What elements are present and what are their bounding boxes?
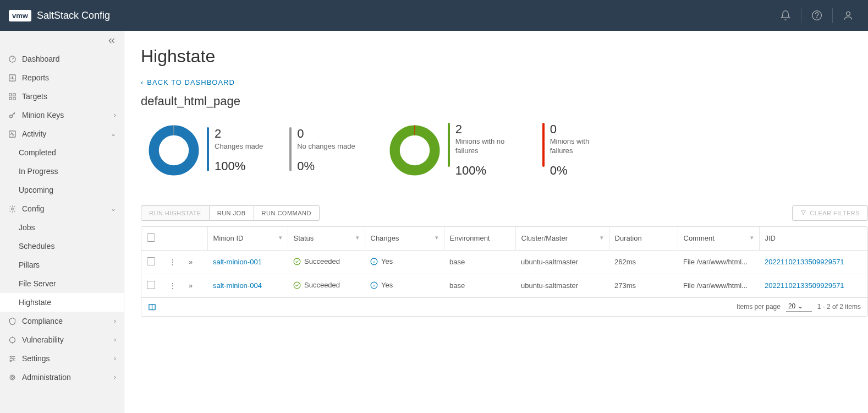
chevron-down-icon: ⌄: [111, 130, 116, 138]
env-cell: base: [444, 250, 515, 274]
sidebar-item-compliance[interactable]: Compliance ›: [0, 312, 124, 330]
sidebar-item-dashboard[interactable]: Dashboard: [0, 50, 124, 68]
clear-filters-button[interactable]: CLEAR FILTERS: [792, 205, 868, 221]
key-icon: [8, 111, 17, 119]
user-icon[interactable]: [837, 4, 859, 26]
svg-rect-7: [9, 97, 11, 99]
column-header[interactable]: Cluster/Master▾: [515, 227, 609, 251]
changes-cell: Yes: [365, 250, 444, 274]
column-header[interactable]: Minion ID▾: [207, 227, 288, 251]
sidebar-item-in-progress[interactable]: In Progress: [0, 162, 124, 181]
info-icon: [370, 258, 378, 265]
filter-icon[interactable]: ▾: [600, 234, 603, 241]
stat-count: 2: [215, 127, 263, 140]
row-actions-icon[interactable]: ⋮: [169, 281, 176, 290]
items-per-page-select[interactable]: 20 ⌄: [786, 302, 812, 312]
sidebar-collapse-icon[interactable]: [0, 31, 124, 50]
stat-label: Minions with failures: [550, 137, 611, 156]
sidebar-item-activity[interactable]: Activity ⌄: [0, 124, 124, 143]
chevron-right-icon: ›: [114, 355, 116, 362]
sidebar-item-label: File Server: [19, 279, 116, 288]
sidebar-item-administration[interactable]: Administration ›: [0, 368, 124, 387]
sidebar-item-label: Targets: [22, 92, 116, 101]
sidebar-item-vulnerability[interactable]: Vulnerability ›: [0, 330, 124, 349]
run-highstate-button[interactable]: RUN HIGHSTATE: [141, 205, 210, 221]
sidebar-item-label: Dashboard: [22, 55, 116, 63]
sidebar-item-pillars[interactable]: Pillars: [0, 256, 124, 274]
app-title: SaltStack Config: [37, 10, 774, 21]
results-table: Minion ID▾ Status▾ Changes▾ Environment …: [141, 226, 868, 317]
column-header[interactable]: Duration: [609, 227, 678, 251]
state-name: default_html_page: [141, 94, 868, 108]
crosshair-icon: [8, 335, 17, 344]
help-icon[interactable]: [806, 4, 828, 26]
pagination-range: 1 - 2 of 2 items: [817, 303, 861, 311]
success-icon: [293, 258, 301, 265]
minion-id-link[interactable]: salt-minion-001: [207, 250, 288, 274]
success-icon: [293, 281, 301, 289]
sidebar-item-highstate[interactable]: Highstate: [0, 293, 124, 312]
sidebar-item-label: Vulnerability: [22, 335, 114, 344]
sidebar-item-minion-keys[interactable]: Minion Keys ›: [0, 106, 124, 124]
column-header[interactable]: Environment: [444, 227, 515, 251]
filter-icon[interactable]: ▾: [750, 234, 754, 241]
sidebar-item-label: In Progress: [19, 167, 116, 176]
column-header[interactable]: Status▾: [288, 227, 365, 251]
back-to-dashboard-link[interactable]: ‹ BACK TO DASHBOARD: [141, 78, 235, 86]
clear-filters-label: CLEAR FILTERS: [810, 210, 860, 216]
svg-rect-6: [13, 93, 15, 95]
sidebar-item-file-server[interactable]: File Server: [0, 274, 124, 293]
filter-icon[interactable]: ▾: [279, 234, 282, 241]
sidebar-item-schedules[interactable]: Schedules: [0, 237, 124, 256]
column-header[interactable]: Comment▾: [678, 227, 759, 251]
filter-icon[interactable]: ▾: [435, 234, 438, 241]
jid-link[interactable]: 20221102133509929571: [759, 274, 867, 297]
grid-icon: [8, 92, 17, 101]
svg-rect-5: [9, 93, 11, 95]
column-header[interactable]: JID: [759, 227, 867, 251]
stat-count: 2: [455, 123, 516, 136]
comment-cell: File /var/www/html...: [678, 274, 759, 297]
column-header[interactable]: Changes▾: [365, 227, 444, 251]
sidebar-item-jobs[interactable]: Jobs: [0, 218, 124, 237]
changes-cell: Yes: [365, 274, 444, 297]
row-checkbox[interactable]: [141, 250, 163, 274]
run-command-button[interactable]: RUN COMMAND: [254, 205, 320, 221]
svg-point-12: [9, 337, 15, 343]
sidebar-item-label: Pillars: [19, 260, 116, 269]
sidebar-item-label: Highstate: [19, 298, 116, 307]
sidebar-item-config[interactable]: Config ⌄: [0, 199, 124, 218]
sidebar-item-targets[interactable]: Targets: [0, 87, 124, 106]
sidebar-item-upcoming[interactable]: Upcoming: [0, 181, 124, 199]
sidebar-item-label: Completed: [19, 148, 116, 157]
sliders-icon: [8, 354, 17, 363]
svg-point-13: [10, 356, 12, 357]
stat-count: 0: [297, 127, 355, 140]
sidebar-item-completed[interactable]: Completed: [0, 143, 124, 162]
sidebar-item-reports[interactable]: Reports: [0, 68, 124, 87]
run-job-button[interactable]: RUN JOB: [210, 205, 254, 221]
gear-icon: [8, 204, 17, 213]
stat-pct: 0%: [550, 164, 611, 178]
row-expand-icon[interactable]: »: [189, 281, 193, 290]
row-checkbox[interactable]: [141, 274, 163, 297]
stat-label: Minions with no failures: [455, 137, 516, 156]
chevron-left-icon: ‹: [141, 78, 144, 86]
minion-id-link[interactable]: salt-minion-004: [207, 274, 288, 297]
back-link-label: BACK TO DASHBOARD: [147, 78, 235, 86]
sidebar-item-settings[interactable]: Settings ›: [0, 349, 124, 368]
activity-icon: [8, 129, 17, 138]
page-title: Highstate: [141, 46, 868, 67]
select-all-checkbox[interactable]: [141, 227, 163, 251]
duration-cell: 273ms: [609, 274, 678, 297]
svg-rect-8: [13, 97, 15, 99]
jid-link[interactable]: 20221102133509929571: [759, 250, 867, 274]
filter-icon[interactable]: ▾: [356, 234, 359, 241]
columns-toggle-icon[interactable]: [148, 303, 156, 311]
row-expand-icon[interactable]: »: [189, 258, 193, 266]
bell-icon[interactable]: [774, 4, 796, 26]
sidebar-item-label: Reports: [22, 73, 116, 82]
row-actions-icon[interactable]: ⋮: [169, 258, 176, 266]
chevron-right-icon: ›: [114, 336, 116, 344]
minions-donut-chart: [382, 124, 448, 177]
